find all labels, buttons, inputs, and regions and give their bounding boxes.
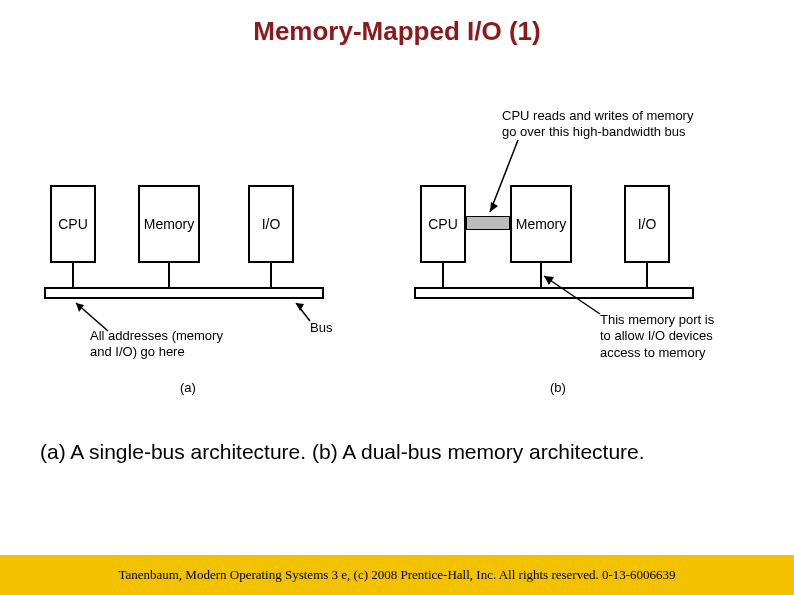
- box-io-b: I/O: [624, 185, 670, 263]
- label-cpu-a: CPU: [58, 216, 88, 232]
- page-title: Memory-Mapped I/O (1): [0, 0, 794, 47]
- svg-marker-1: [76, 303, 84, 312]
- conn-cpu-a: [72, 263, 74, 287]
- annotation-a: All addresses (memoryand I/O) go here: [90, 328, 223, 361]
- box-io-a: I/O: [248, 185, 294, 263]
- caption: (a) A single-bus architecture. (b) A dua…: [40, 440, 645, 464]
- conn-cpu-b: [442, 263, 444, 287]
- label-io-a: I/O: [262, 216, 281, 232]
- label-memory-a: Memory: [144, 216, 195, 232]
- fig-label-b: (b): [550, 380, 566, 395]
- fig-label-a: (a): [180, 380, 196, 395]
- footer: Tanenbaum, Modern Operating Systems 3 e,…: [0, 555, 794, 595]
- bottom-annotation-b: This memory port isto allow I/O devicesa…: [600, 312, 714, 361]
- box-memory-a: Memory: [138, 185, 200, 263]
- svg-line-6: [544, 276, 600, 314]
- label-cpu-b: CPU: [428, 216, 458, 232]
- svg-marker-3: [296, 303, 304, 311]
- arrow-top-annotation-b: [488, 140, 548, 220]
- conn-io-a: [270, 263, 272, 287]
- bus-a: [44, 287, 324, 299]
- diagram: CPU Memory I/O All addresses (memoryand …: [50, 90, 750, 410]
- box-cpu-b: CPU: [420, 185, 466, 263]
- svg-line-4: [490, 140, 518, 212]
- conn-memory-a: [168, 263, 170, 287]
- box-cpu-a: CPU: [50, 185, 96, 263]
- footer-text: Tanenbaum, Modern Operating Systems 3 e,…: [118, 567, 675, 583]
- top-annotation-b: CPU reads and writes of memorygo over th…: [502, 108, 693, 141]
- bus-label-a: Bus: [310, 320, 332, 336]
- label-io-b: I/O: [638, 216, 657, 232]
- conn-io-b: [646, 263, 648, 287]
- svg-marker-7: [544, 276, 554, 285]
